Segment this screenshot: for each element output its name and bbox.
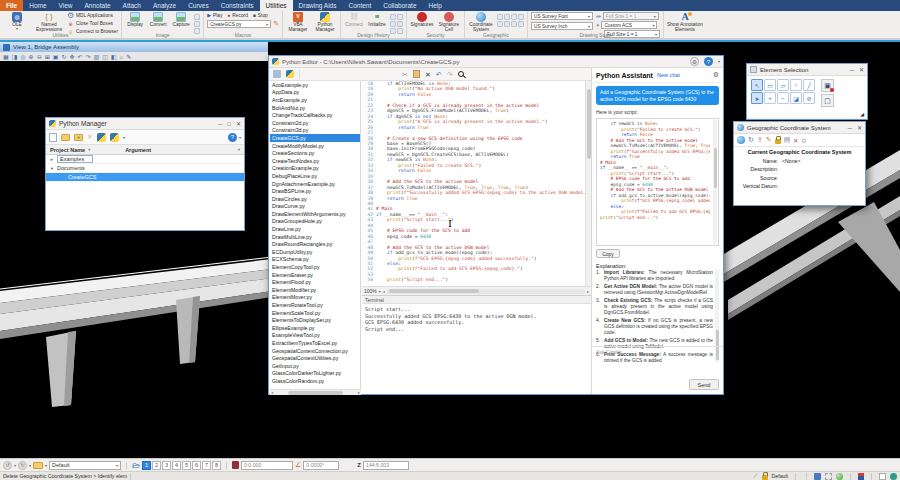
- code-editor[interactable]: 18 if ACTIVEMODEL is None: 19 print("No …: [362, 81, 591, 286]
- ribbon-tab[interactable]: Collaborate: [377, 0, 422, 11]
- zoom-in-icon[interactable]: ⊕: [29, 54, 34, 60]
- filter-icon[interactable]: ▼: [87, 147, 91, 152]
- history-back-button[interactable]: ↺: [3, 461, 12, 470]
- close-tool-boxes-button[interactable]: ⊗Close Tool Boxes: [67, 20, 118, 27]
- chevron-down-icon[interactable]: ▾: [718, 59, 720, 64]
- file-item[interactable]: ElementRotateTool.py: [270, 301, 360, 309]
- edit-macro-icon[interactable]: ✎: [273, 20, 279, 28]
- design-history-mini-icon[interactable]: [390, 14, 396, 20]
- file-list-hscrollbar[interactable]: ◂ ▸: [270, 389, 361, 395]
- vba-manager-button[interactable]: VVBA Manager: [286, 12, 310, 32]
- gcs-export-icon[interactable]: ⇪: [757, 136, 763, 144]
- close-button[interactable]: ✕: [236, 120, 241, 127]
- file-item[interactable]: AcoExample.py: [270, 81, 360, 89]
- geographic-mini-icon[interactable]: [504, 21, 510, 27]
- view-toggle-button[interactable]: 3: [162, 461, 171, 470]
- chevron-down-icon[interactable]: ▾: [29, 463, 31, 468]
- assistant-settings-icon[interactable]: ⚙: [713, 71, 719, 79]
- chevron-down-icon[interactable]: ▾: [14, 463, 16, 468]
- file-item[interactable]: BoltAndNut.py: [270, 104, 360, 112]
- acs-combo[interactable]: Custom ACS▾: [601, 21, 657, 29]
- file-item[interactable]: GeospatialContextConnection.py: [270, 347, 360, 355]
- file-item[interactable]: GlassColorDarkerToLighter.py: [270, 370, 360, 378]
- file-item[interactable]: DrawBSPLine.py: [270, 187, 360, 195]
- editor-help-icon[interactable]: ?: [704, 57, 713, 66]
- select-new-icon[interactable]: ➤: [751, 92, 763, 104]
- open-folder-icon[interactable]: [61, 134, 70, 141]
- macro-stop-button[interactable]: ■Stop: [253, 12, 268, 18]
- view-toggle-button[interactable]: 4: [172, 461, 181, 470]
- python-manager-titlebar[interactable]: Python Manager ─ □ ✕: [46, 118, 244, 130]
- select-individual-icon[interactable]: ↖: [751, 79, 763, 91]
- save-status-icon[interactable]: [814, 473, 821, 480]
- design-history-mini-icon[interactable]: [390, 21, 396, 27]
- filter-icon[interactable]: ▼: [237, 147, 241, 152]
- problems-icon[interactable]: [879, 473, 886, 480]
- chevron-down-icon[interactable]: ▾: [379, 289, 381, 294]
- snap-mode-label[interactable]: Default: [772, 473, 788, 479]
- design-history-mini-icon[interactable]: [397, 21, 403, 27]
- view-toggle-button[interactable]: 5: [182, 461, 191, 470]
- new-script-icon[interactable]: [49, 133, 57, 142]
- assistant-code-block[interactable]: if newGCS is None: print("Failed to crea…: [596, 118, 719, 246]
- view-attributes-icon[interactable]: ▦: [3, 54, 9, 60]
- convert-button[interactable]: Convert: [148, 12, 168, 27]
- geographic-mini-icon[interactable]: [511, 21, 517, 27]
- file-item[interactable]: ExampleViewTool.py: [270, 332, 360, 340]
- annotation-scale-combo[interactable]: Full Size 1 = 1▾: [603, 12, 659, 20]
- file-item[interactable]: ElementFlood.py: [270, 278, 360, 286]
- column-project-name[interactable]: Project Name: [46, 147, 85, 153]
- scroll-left-icon[interactable]: ◂: [383, 289, 385, 294]
- gcs-titlebar[interactable]: Geographic Coordinate System ─ ✕: [734, 122, 865, 134]
- ole-button[interactable]: ◍OLE▾: [3, 12, 31, 31]
- file-item[interactable]: DrawCircles.py: [270, 195, 360, 203]
- file-item[interactable]: CreateGCS.py: [270, 134, 360, 142]
- geo-status-icon[interactable]: [836, 473, 843, 480]
- select-shape-icon[interactable]: ▱: [777, 79, 789, 91]
- display-button[interactable]: Display: [125, 12, 145, 27]
- connection-status-icon[interactable]: [890, 473, 897, 480]
- select-none-icon[interactable]: ▢: [821, 94, 834, 107]
- ribbon-tab[interactable]: Drawing Aids: [293, 0, 343, 11]
- scroll-left-icon[interactable]: ◂: [271, 390, 273, 395]
- flag-icon[interactable]: [858, 473, 864, 480]
- file-item[interactable]: DrawLine.py: [270, 225, 360, 233]
- line-style-icon[interactable]: ⟋: [753, 473, 757, 480]
- minimize-button[interactable]: ─: [848, 125, 852, 131]
- rotate-view-icon[interactable]: ↻: [61, 54, 66, 60]
- tree-row[interactable]: ▸ Examples: [46, 155, 244, 164]
- mdl-applications-button[interactable]: ⚙MDL Applications: [67, 12, 118, 19]
- select-circle-icon[interactable]: ○: [790, 79, 802, 91]
- gcs-delete-icon[interactable]: ✕: [793, 137, 798, 144]
- ribbon-tab[interactable]: View: [53, 0, 79, 11]
- macro-play-button[interactable]: ▶Play: [207, 12, 222, 18]
- send-button[interactable]: Send: [689, 379, 719, 390]
- show-annotation-elements-button[interactable]: AShow Annotation Elements: [667, 12, 703, 32]
- fence-icon[interactable]: [825, 473, 832, 480]
- named-expressions-button[interactable]: { }Named Expressions: [34, 12, 64, 32]
- capture-button[interactable]: Capture: [171, 12, 191, 27]
- file-item[interactable]: ExtractItemTypesToExcel.py: [270, 339, 360, 347]
- gcs-from-file-icon[interactable]: ↻: [748, 136, 754, 144]
- saved-views-icon[interactable]: ⌂: [120, 54, 124, 60]
- editor-settings-icon[interactable]: ⚙: [690, 57, 699, 66]
- file-item[interactable]: GeospatialContextUtilities.py: [270, 354, 360, 362]
- fit-view-icon[interactable]: ▣: [53, 54, 59, 60]
- open-view-groups-icon[interactable]: 🗁: [132, 461, 140, 470]
- gcs-details-icon[interactable]: ▤: [784, 136, 791, 144]
- accudraw-angle-field[interactable]: 0.0000°: [303, 461, 339, 470]
- file-item[interactable]: CreateSections.py: [270, 149, 360, 157]
- file-item[interactable]: ECXSchema.py: [270, 256, 360, 264]
- find-icon[interactable]: [458, 71, 464, 77]
- clip-volume-icon[interactable]: ◫: [102, 54, 108, 60]
- pan-view-icon[interactable]: ✥: [69, 54, 74, 60]
- active-model-combo[interactable]: Default▾: [49, 461, 121, 470]
- file-item[interactable]: EllipseExample.py: [270, 324, 360, 332]
- zoom-level[interactable]: 100%: [364, 288, 377, 294]
- scroll-right-icon[interactable]: ▸: [358, 390, 360, 395]
- chevron-down-icon[interactable]: ▾: [123, 135, 125, 140]
- geographic-mini-icon[interactable]: [518, 21, 524, 27]
- select-clear-icon[interactable]: ⊘: [803, 92, 815, 104]
- geographic-mini-icon[interactable]: [497, 14, 503, 20]
- unit-combo-master[interactable]: US Survey Foot▾: [531, 12, 593, 20]
